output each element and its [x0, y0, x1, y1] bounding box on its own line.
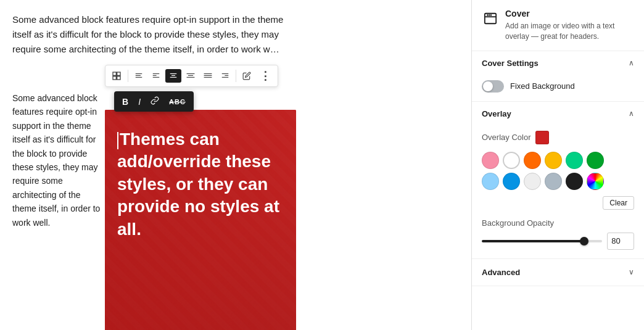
color-light-gray[interactable] — [524, 173, 541, 190]
svg-rect-8 — [153, 75, 157, 76]
svg-rect-4 — [136, 73, 142, 74]
svg-rect-1 — [117, 72, 120, 75]
align-center-button[interactable] — [165, 69, 181, 83]
svg-rect-14 — [188, 75, 193, 76]
block-type-button[interactable] — [108, 68, 125, 83]
advanced-section: Advanced ∨ — [472, 259, 644, 286]
color-blue[interactable] — [503, 173, 520, 190]
color-black[interactable] — [566, 173, 583, 190]
overlay-section: Overlay ∧ Overlay Color — [472, 102, 644, 259]
toolbar-divider-1 — [128, 70, 128, 82]
chevron-up-icon: ∧ — [629, 59, 634, 67]
color-white-outlined[interactable] — [503, 152, 520, 169]
opacity-thumb — [580, 237, 588, 245]
bold-button[interactable]: B — [118, 94, 133, 109]
cover-description-block: Cover Add an image or video with a text … — [505, 9, 634, 42]
color-palette-grid — [482, 152, 634, 190]
overlay-section-header[interactable]: Overlay ∧ — [472, 102, 644, 126]
fixed-background-row: Fixed Background — [482, 80, 634, 93]
toolbar-divider-2 — [236, 70, 236, 82]
cover-title: Cover — [505, 9, 634, 19]
svg-point-24 — [489, 15, 490, 16]
overlay-color-swatch[interactable] — [535, 131, 549, 144]
color-yellow[interactable] — [545, 152, 562, 169]
opacity-input[interactable] — [607, 233, 634, 250]
svg-rect-15 — [187, 77, 195, 78]
svg-rect-21 — [222, 77, 229, 78]
opacity-slider[interactable] — [482, 240, 602, 242]
opacity-row — [482, 233, 634, 250]
strikethrough-button[interactable]: ABC — [165, 96, 190, 108]
svg-rect-18 — [204, 77, 212, 78]
cover-block-icon — [484, 12, 497, 25]
svg-point-23 — [487, 15, 489, 16]
edit-button[interactable] — [239, 69, 255, 83]
overlay-label: Overlay — [482, 109, 511, 118]
opacity-label: Background Opacity — [482, 218, 634, 228]
cover-settings-label: Cover Settings — [482, 59, 539, 68]
svg-rect-2 — [113, 76, 116, 80]
svg-rect-17 — [204, 75, 212, 76]
color-green-light[interactable] — [566, 152, 583, 169]
svg-rect-6 — [136, 77, 142, 78]
cover-icon — [482, 10, 499, 27]
link-button[interactable] — [146, 94, 163, 109]
align-full-button[interactable] — [200, 69, 216, 83]
color-orange[interactable] — [524, 152, 541, 169]
color-rainbow[interactable] — [587, 173, 604, 190]
svg-rect-5 — [136, 75, 141, 76]
italic-button[interactable]: I — [134, 94, 145, 109]
left-paragraph: Some advanced block features require opt… — [12, 91, 102, 229]
opacity-section: Background Opacity — [482, 218, 634, 250]
cover-block-wrapper: Themes can add/override these styles, or… — [105, 91, 296, 330]
cover-settings-header[interactable]: Cover Settings ∧ — [472, 51, 644, 75]
align-left-button[interactable] — [148, 69, 164, 83]
svg-rect-19 — [222, 73, 229, 74]
background-paragraph: Some advanced block features require opt… — [0, 6, 308, 63]
svg-point-25 — [490, 15, 492, 16]
cover-text[interactable]: Themes can add/override these styles, or… — [117, 128, 284, 241]
inline-toolbar: B I ABC — [114, 91, 194, 112]
svg-rect-7 — [153, 73, 160, 74]
overlay-color-row: Overlay Color — [482, 131, 634, 144]
svg-rect-9 — [153, 77, 160, 78]
overlay-chevron-up-icon: ∧ — [629, 109, 634, 118]
overlay-section-content: Overlay Color — [472, 126, 644, 258]
cover-settings-section: Cover Settings ∧ Fixed Background — [472, 51, 644, 102]
align-right-button[interactable] — [217, 69, 233, 83]
cover-panel-header: Cover Add an image or video with a text … — [472, 0, 644, 51]
text-cursor — [117, 132, 118, 149]
advanced-label: Advanced — [482, 268, 520, 277]
svg-rect-16 — [204, 73, 212, 74]
color-row-1 — [482, 152, 634, 169]
svg-rect-3 — [117, 76, 120, 80]
advanced-chevron-down-icon: ∨ — [629, 268, 634, 276]
svg-rect-0 — [113, 72, 116, 75]
overlay-color-label: Overlay Color — [482, 133, 530, 142]
right-panel: Cover Add an image or video with a text … — [471, 0, 644, 330]
color-green-dark[interactable] — [587, 152, 604, 169]
content-area: Some advanced block features require opt… — [0, 0, 471, 330]
svg-rect-11 — [171, 75, 175, 76]
clear-button[interactable]: Clear — [603, 196, 634, 210]
svg-rect-10 — [170, 73, 177, 74]
more-options-button[interactable]: ⋮ — [256, 67, 275, 85]
cover-settings-content: Fixed Background — [472, 75, 644, 101]
advanced-header[interactable]: Advanced ∨ — [472, 259, 644, 286]
align-wide-button[interactable] — [183, 69, 199, 83]
align-none-button[interactable] — [131, 69, 147, 83]
svg-rect-12 — [170, 77, 177, 78]
svg-rect-13 — [187, 73, 195, 74]
fixed-background-label: Fixed Background — [510, 81, 575, 91]
color-gray[interactable] — [545, 173, 562, 190]
color-light-blue[interactable] — [482, 173, 499, 190]
color-pink[interactable] — [482, 152, 499, 169]
svg-rect-20 — [225, 75, 228, 76]
cover-description: Add an image or video with a text overla… — [505, 21, 634, 42]
color-row-2 — [482, 173, 634, 190]
cover-block[interactable]: Themes can add/override these styles, or… — [105, 110, 296, 330]
fixed-background-toggle[interactable] — [482, 80, 504, 93]
block-toolbar: ⋮ — [105, 65, 278, 87]
